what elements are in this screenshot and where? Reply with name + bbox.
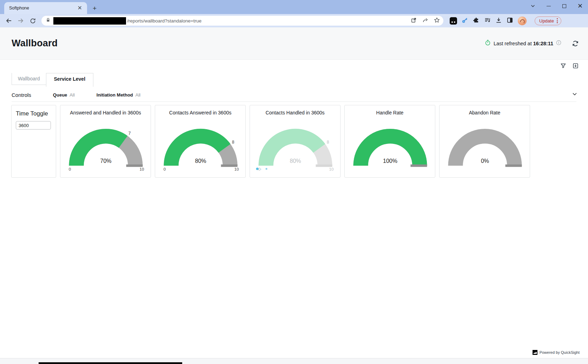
lock-icon[interactable] — [46, 18, 51, 24]
page-title: Wallboard — [12, 38, 58, 49]
gauge-card[interactable]: Contacts Answered in 3600s80%0108 — [155, 105, 246, 178]
gauge-card[interactable]: Answered and Handled in 3600s70%0107 — [60, 105, 151, 178]
gauge-title: Contacts Handled in 3600s — [250, 110, 340, 115]
share-icon[interactable] — [422, 17, 428, 25]
cards-row: Time Toggle Answered and Handled in 3600… — [11, 105, 588, 178]
svg-text:0: 0 — [69, 167, 71, 171]
svg-text:100%: 100% — [383, 158, 397, 164]
time-toggle-input[interactable] — [16, 121, 51, 130]
svg-text:10: 10 — [329, 167, 334, 171]
svg-text:0: 0 — [164, 167, 166, 171]
extension-dots-icon[interactable] — [450, 17, 457, 25]
svg-text:0: 0 — [258, 167, 260, 171]
tab-wallboard[interactable]: Wallboard — [12, 73, 46, 85]
side-panel-icon[interactable] — [507, 17, 513, 25]
puzzle-icon[interactable] — [473, 17, 480, 25]
export-download-icon[interactable] — [572, 62, 579, 71]
extensions-row: Update — [450, 16, 561, 25]
filter-initiation-method[interactable]: Initiation Method All — [97, 92, 140, 98]
url-text: /reports/wallboard?standalone=true — [127, 18, 408, 24]
page-header: Wallboard Last refreshed at 16:28:11 — [0, 27, 588, 60]
timer-icon — [485, 40, 491, 47]
svg-text:0%: 0% — [481, 158, 489, 164]
back-icon[interactable] — [4, 15, 14, 26]
time-toggle-card: Time Toggle — [11, 105, 56, 178]
controls-bar: Controls Queue All Initiation Method All — [12, 91, 577, 98]
sheet-tabs: Wallboard Service Level — [12, 60, 588, 87]
address-bar[interactable]: /reports/wallboard?standalone=true — [41, 16, 443, 26]
svg-text:8: 8 — [327, 140, 329, 145]
powered-by[interactable]: Powered by QuickSight — [533, 350, 580, 355]
minimize-icon[interactable] — [541, 0, 556, 12]
controls-title: Controls — [12, 92, 31, 98]
gauge-title: Abandon Rate — [440, 110, 530, 115]
close-icon[interactable]: ✕ — [572, 0, 588, 12]
maximize-icon[interactable] — [556, 0, 572, 12]
forward-icon[interactable] — [15, 15, 26, 26]
redacted-url-host — [53, 17, 126, 25]
playlist-icon[interactable] — [484, 17, 491, 25]
update-label: Update — [539, 18, 554, 24]
profile-avatar[interactable] — [518, 16, 527, 25]
gauge-chart: 70%0107 — [60, 105, 151, 178]
tab-close-icon[interactable]: ✕ — [76, 5, 84, 11]
svg-text:80%: 80% — [290, 158, 301, 164]
gauge-card[interactable]: Handle Rate100% — [344, 105, 435, 178]
key-icon[interactable] — [462, 17, 468, 25]
svg-text:10: 10 — [234, 167, 239, 171]
dashboard-sheet: Wallboard Service Level Controls Queue A… — [0, 60, 588, 358]
quicksight-logo-icon — [533, 350, 537, 355]
gauge-title: Answered and Handled in 3600s — [60, 110, 151, 115]
window-controls: ✕ — [525, 0, 588, 12]
browser-toolbar: /reports/wallboard?standalone=true — [0, 14, 588, 27]
new-tab-button[interactable]: + — [91, 5, 99, 12]
gauge-title: Handle Rate — [345, 110, 435, 115]
info-icon[interactable] — [556, 40, 561, 47]
filter-funnel-icon[interactable] — [560, 62, 567, 71]
gauge-card[interactable]: Contacts Handled in 3600s80%0108 — [250, 105, 341, 178]
chevron-down-icon[interactable] — [572, 91, 577, 98]
tab-service-level[interactable]: Service Level — [46, 73, 94, 87]
gauge-chart: 100% — [345, 105, 436, 178]
update-button[interactable]: Update — [535, 16, 561, 25]
browser-menu-kebab-icon[interactable] — [557, 18, 558, 23]
browser-tab-title: Softphone — [9, 6, 76, 11]
browser-tab[interactable]: Softphone ✕ — [4, 2, 87, 14]
last-refreshed-time: 16:28:11 — [533, 41, 553, 46]
svg-text:80%: 80% — [195, 158, 206, 164]
controls-divider — [12, 101, 576, 102]
reload-icon[interactable] — [27, 15, 38, 26]
svg-text:7: 7 — [128, 131, 131, 136]
bottom-strip — [0, 358, 588, 364]
filter-queue[interactable]: Queue All — [53, 92, 75, 98]
open-in-new-icon[interactable] — [411, 17, 417, 25]
time-toggle-title: Time Toggle — [16, 110, 52, 117]
redaction-bar — [39, 362, 182, 364]
svg-text:8: 8 — [232, 140, 234, 145]
bookmark-star-icon[interactable] — [434, 17, 440, 25]
svg-text:10: 10 — [140, 167, 144, 171]
gauge-chart: 80%0108 — [155, 105, 246, 178]
gauge-chart: 0% — [440, 105, 530, 178]
powered-by-text: Powered by QuickSight — [540, 350, 580, 355]
gauge-chart: 80%0108 — [250, 105, 341, 178]
gauge-card[interactable]: Abandon Rate0% — [439, 105, 530, 178]
browser-tab-strip: Softphone ✕ + ✕ — [0, 0, 588, 14]
gauge-title: Contacts Answered in 3600s — [155, 110, 245, 115]
refresh-icon[interactable] — [572, 40, 579, 47]
download-icon[interactable] — [495, 17, 502, 25]
last-refreshed-text: Last refreshed at 16:28:11 — [494, 41, 553, 46]
svg-text:70%: 70% — [100, 158, 111, 164]
tab-search-chevron-icon[interactable] — [525, 0, 541, 12]
